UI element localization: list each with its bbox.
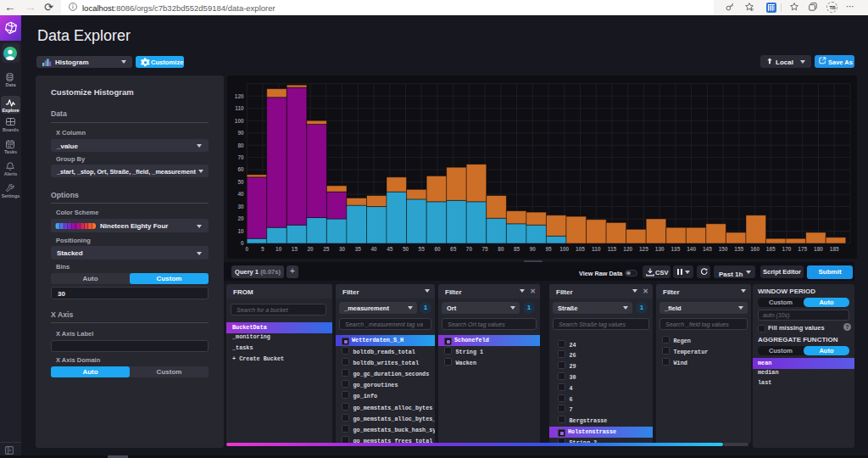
svg-text:85: 85 bbox=[514, 246, 520, 252]
svg-text:110: 110 bbox=[235, 105, 244, 111]
svg-text:25: 25 bbox=[323, 246, 330, 252]
svg-text:160: 160 bbox=[750, 246, 760, 252]
svg-text:45: 45 bbox=[387, 246, 393, 252]
svg-text:10: 10 bbox=[237, 228, 244, 234]
svg-text:100: 100 bbox=[235, 118, 244, 124]
svg-text:110: 110 bbox=[592, 246, 601, 252]
svg-text:170: 170 bbox=[782, 246, 792, 252]
svg-text:135: 135 bbox=[670, 246, 680, 252]
svg-text:70: 70 bbox=[466, 246, 473, 252]
svg-text:40: 40 bbox=[370, 246, 377, 252]
svg-text:60: 60 bbox=[434, 246, 441, 252]
svg-text:?: ? bbox=[846, 324, 849, 330]
svg-text:75: 75 bbox=[481, 246, 488, 252]
svg-text:155: 155 bbox=[734, 246, 743, 252]
svg-text:180: 180 bbox=[814, 246, 823, 252]
svg-text:105: 105 bbox=[576, 246, 585, 252]
svg-text:60: 60 bbox=[237, 166, 244, 172]
svg-text:165: 165 bbox=[766, 246, 776, 252]
svg-text:20: 20 bbox=[237, 215, 244, 221]
svg-text:70: 70 bbox=[237, 154, 244, 160]
svg-text:50: 50 bbox=[237, 179, 244, 185]
svg-text:65: 65 bbox=[450, 246, 457, 252]
svg-text:10: 10 bbox=[275, 246, 282, 252]
svg-text:30: 30 bbox=[339, 246, 346, 252]
svg-text:150: 150 bbox=[719, 246, 728, 252]
svg-text:40: 40 bbox=[237, 191, 244, 197]
svg-text:100: 100 bbox=[559, 246, 569, 252]
svg-text:130: 130 bbox=[655, 246, 665, 252]
svg-text:35: 35 bbox=[355, 246, 362, 252]
svg-text:145: 145 bbox=[703, 246, 712, 252]
svg-text:55: 55 bbox=[419, 246, 426, 252]
svg-text:185: 185 bbox=[830, 246, 839, 252]
svg-text:0: 0 bbox=[241, 240, 244, 246]
svg-text:20: 20 bbox=[307, 246, 314, 252]
svg-text:15: 15 bbox=[292, 246, 298, 252]
svg-text:120: 120 bbox=[623, 246, 632, 252]
svg-text:80: 80 bbox=[237, 142, 244, 148]
svg-text:175: 175 bbox=[798, 246, 807, 252]
svg-text:5: 5 bbox=[261, 246, 264, 252]
svg-text:125: 125 bbox=[639, 246, 648, 252]
svg-text:140: 140 bbox=[687, 246, 696, 252]
svg-text:0: 0 bbox=[245, 246, 248, 252]
svg-text:50: 50 bbox=[403, 246, 409, 252]
svg-text:90: 90 bbox=[237, 130, 244, 136]
svg-text:120: 120 bbox=[235, 93, 244, 99]
svg-text:30: 30 bbox=[237, 204, 244, 209]
svg-text:115: 115 bbox=[608, 246, 617, 252]
svg-text:80: 80 bbox=[498, 246, 504, 252]
svg-text:95: 95 bbox=[545, 246, 552, 252]
svg-text:90: 90 bbox=[530, 246, 537, 252]
